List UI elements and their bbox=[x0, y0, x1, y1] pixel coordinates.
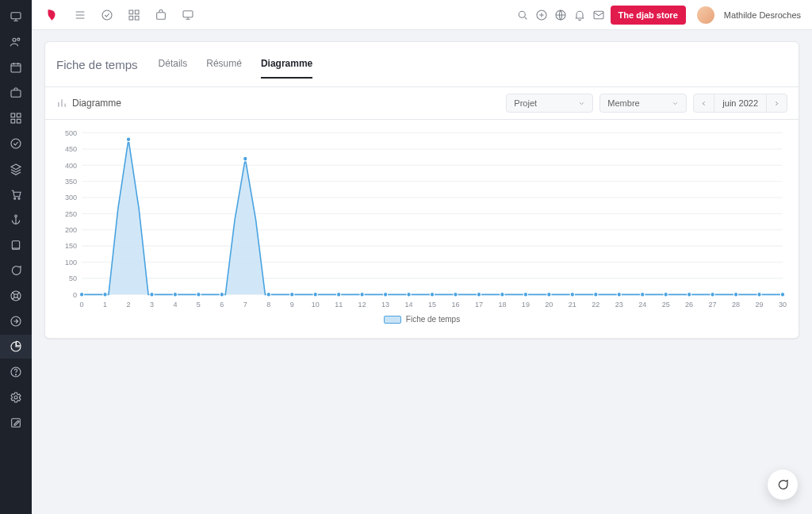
svg-text:22: 22 bbox=[592, 299, 599, 308]
section-label: Diagramme bbox=[72, 98, 121, 109]
svg-rect-24 bbox=[129, 16, 133, 20]
svg-point-103 bbox=[500, 292, 504, 297]
side-nav bbox=[0, 0, 32, 514]
svg-text:14: 14 bbox=[405, 299, 413, 308]
svg-text:8: 8 bbox=[266, 299, 270, 308]
nav-briefcase-icon[interactable] bbox=[0, 81, 32, 105]
nav-layers-icon[interactable] bbox=[0, 157, 32, 181]
nav-monitor-icon[interactable] bbox=[0, 5, 32, 29]
svg-text:10: 10 bbox=[312, 299, 320, 308]
display-icon[interactable] bbox=[181, 8, 195, 22]
svg-text:4: 4 bbox=[173, 299, 177, 308]
svg-rect-22 bbox=[129, 10, 133, 14]
nav-cart-icon[interactable] bbox=[0, 182, 32, 206]
svg-rect-25 bbox=[135, 16, 139, 20]
logo-pick-icon[interactable] bbox=[43, 6, 60, 24]
svg-text:23: 23 bbox=[615, 299, 623, 308]
tabs: Détails Résumé Diagramme bbox=[159, 50, 313, 79]
svg-text:300: 300 bbox=[65, 193, 77, 201]
nav-reports-icon[interactable] bbox=[0, 335, 32, 359]
svg-text:27: 27 bbox=[709, 299, 717, 308]
svg-text:100: 100 bbox=[65, 257, 77, 266]
legend-label: Fiche de temps bbox=[406, 315, 460, 324]
svg-point-18 bbox=[15, 374, 16, 375]
project-dropdown[interactable]: Projet bbox=[506, 94, 593, 113]
tab-details[interactable]: Détails bbox=[159, 50, 188, 79]
nav-check-icon[interactable] bbox=[0, 132, 32, 155]
svg-point-21 bbox=[102, 10, 112, 20]
nav-export-icon[interactable] bbox=[0, 309, 32, 333]
menu-icon[interactable] bbox=[73, 8, 87, 22]
page-title: Fiche de temps bbox=[56, 58, 138, 71]
nav-settings-icon[interactable] bbox=[0, 386, 32, 409]
nav-help-icon[interactable] bbox=[0, 360, 32, 384]
caret-down-icon bbox=[672, 100, 679, 107]
globe-icon[interactable] bbox=[553, 8, 568, 22]
mail-icon[interactable] bbox=[592, 8, 606, 22]
svg-text:26: 26 bbox=[685, 299, 693, 308]
svg-point-96 bbox=[337, 292, 341, 297]
svg-point-102 bbox=[477, 292, 481, 297]
svg-point-110 bbox=[664, 292, 668, 297]
svg-text:20: 20 bbox=[545, 299, 553, 308]
bell-icon[interactable] bbox=[573, 8, 587, 22]
svg-point-113 bbox=[733, 292, 737, 297]
svg-rect-26 bbox=[157, 12, 166, 19]
search-icon[interactable] bbox=[515, 8, 530, 22]
nav-anchor-icon[interactable] bbox=[0, 208, 32, 232]
svg-point-11 bbox=[18, 198, 20, 199]
user-name: Mathilde Desroches bbox=[724, 10, 801, 20]
svg-point-108 bbox=[617, 292, 621, 297]
svg-point-28 bbox=[519, 11, 525, 17]
nav-calendar-icon[interactable] bbox=[0, 56, 32, 79]
bag-icon[interactable] bbox=[154, 8, 168, 22]
svg-text:16: 16 bbox=[451, 299, 459, 308]
period-next[interactable] bbox=[767, 96, 787, 111]
svg-text:3: 3 bbox=[150, 299, 154, 308]
svg-point-87 bbox=[126, 137, 130, 142]
legend-swatch bbox=[384, 316, 401, 324]
svg-point-10 bbox=[14, 198, 16, 199]
topbar: The djab store Mathilde Desroches bbox=[32, 0, 812, 30]
svg-text:19: 19 bbox=[522, 299, 530, 308]
period-prev[interactable] bbox=[694, 96, 714, 111]
svg-point-89 bbox=[173, 292, 177, 297]
nav-comment-icon[interactable] bbox=[0, 259, 32, 282]
svg-text:12: 12 bbox=[358, 299, 366, 308]
nav-support-icon[interactable] bbox=[0, 284, 32, 308]
nav-users-icon[interactable] bbox=[0, 30, 32, 54]
member-dropdown[interactable]: Membre bbox=[599, 94, 687, 113]
period-label[interactable]: juin 2022 bbox=[714, 94, 767, 112]
svg-point-12 bbox=[15, 215, 17, 217]
svg-point-100 bbox=[430, 292, 434, 297]
svg-text:7: 7 bbox=[243, 299, 247, 308]
avatar[interactable] bbox=[697, 6, 714, 24]
nav-book-icon[interactable] bbox=[0, 233, 32, 257]
nav-apps-icon[interactable] bbox=[0, 106, 32, 130]
bar-chart-icon bbox=[56, 98, 67, 109]
task-check-icon[interactable] bbox=[100, 8, 114, 22]
svg-rect-3 bbox=[11, 63, 21, 72]
chat-fab[interactable] bbox=[768, 470, 798, 500]
svg-point-98 bbox=[383, 292, 387, 297]
svg-rect-8 bbox=[17, 119, 21, 123]
svg-point-104 bbox=[523, 292, 527, 297]
grid-icon[interactable] bbox=[127, 8, 141, 22]
svg-point-92 bbox=[243, 156, 247, 161]
svg-point-91 bbox=[220, 292, 224, 297]
svg-rect-7 bbox=[11, 119, 15, 123]
svg-text:15: 15 bbox=[428, 299, 436, 308]
nav-edit-icon[interactable] bbox=[0, 411, 32, 435]
svg-rect-4 bbox=[11, 90, 21, 98]
store-button[interactable]: The djab store bbox=[611, 6, 686, 25]
svg-point-97 bbox=[360, 292, 364, 297]
svg-point-112 bbox=[710, 292, 714, 297]
add-icon[interactable] bbox=[534, 8, 549, 22]
tab-resume[interactable]: Résumé bbox=[206, 50, 242, 79]
svg-point-86 bbox=[103, 292, 107, 297]
svg-text:18: 18 bbox=[498, 299, 506, 308]
timesheet-panel: Fiche de temps Détails Résumé Diagramme … bbox=[44, 41, 799, 339]
chart-legend: Fiche de temps bbox=[56, 315, 787, 324]
svg-text:250: 250 bbox=[65, 209, 77, 217]
tab-diagram[interactable]: Diagramme bbox=[261, 50, 312, 79]
